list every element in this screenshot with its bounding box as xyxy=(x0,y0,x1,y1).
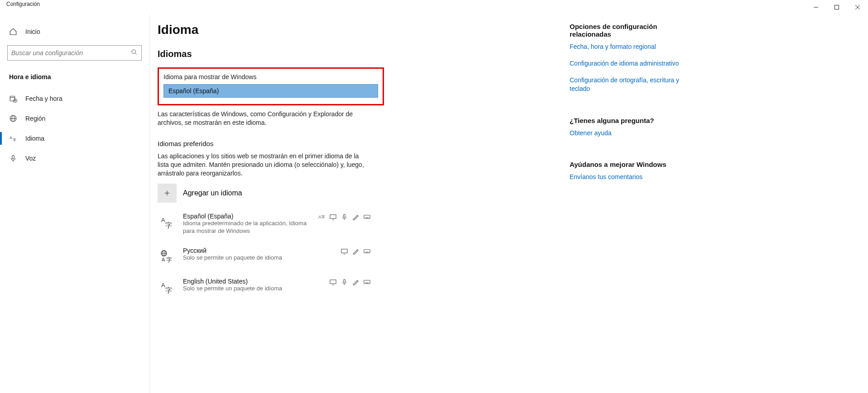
sidebar-item-label: Fecha y hora xyxy=(25,95,62,102)
svg-text:A字: A字 xyxy=(318,215,325,220)
minimize-button[interactable] xyxy=(806,0,826,14)
language-glyph-globe-icon: A字 xyxy=(158,247,177,266)
language-name: English (United States) xyxy=(183,278,323,285)
svg-point-4 xyxy=(132,49,136,53)
language-feature-icons xyxy=(341,247,370,266)
maximize-button[interactable] xyxy=(826,0,847,14)
language-subtext: Solo se permite un paquete de idioma xyxy=(183,254,335,262)
preferred-languages-header: Idiomas preferidos xyxy=(158,140,551,147)
add-language-button[interactable]: Agregar un idioma xyxy=(158,184,551,203)
sidebar-item-label: Región xyxy=(25,115,45,122)
link-send-feedback[interactable]: Envíanos tus comentarios xyxy=(570,173,687,181)
plus-icon xyxy=(158,184,177,203)
add-language-label: Agregar un idioma xyxy=(183,189,242,197)
home-nav[interactable]: Inicio xyxy=(0,23,149,41)
microphone-icon xyxy=(9,154,17,162)
preferred-languages-description: Las aplicaciones y los sitios web se mos… xyxy=(158,152,366,178)
improve-header: Ayúdanos a mejorar Windows xyxy=(570,161,687,168)
related-settings-header: Opciones de configuración relacionadas xyxy=(570,23,687,38)
language-row[interactable]: A字 Español (España) Idioma predeterminad… xyxy=(158,213,370,235)
svg-text:A: A xyxy=(162,257,165,262)
language-subtext: Idioma predeterminado de la aplicación, … xyxy=(183,220,312,235)
titlebar: Configuración xyxy=(0,0,868,14)
link-get-help[interactable]: Obtener ayuda xyxy=(570,129,687,137)
display-language-label: Idioma para mostrar de Windows xyxy=(163,73,378,80)
display-language-value: Español (España) xyxy=(168,87,219,95)
default-language-icon: A字 xyxy=(318,213,325,220)
link-admin-language[interactable]: Configuración de idioma administrativo xyxy=(570,59,687,68)
svg-text:A: A xyxy=(161,217,165,223)
language-feature-icons: A字 xyxy=(318,213,370,235)
sidebar-item-language[interactable]: A字 Idioma xyxy=(0,128,149,148)
svg-rect-1 xyxy=(835,5,839,9)
language-row[interactable]: A字 Русский Solo se permite un paquete de… xyxy=(158,247,370,266)
globe-icon xyxy=(9,114,17,123)
svg-rect-34 xyxy=(341,249,347,253)
svg-text:字: 字 xyxy=(165,286,172,294)
home-label: Inicio xyxy=(25,28,40,35)
link-spelling-keyboard[interactable]: Configuración de ortografía, escritura y… xyxy=(570,76,687,93)
svg-text:A: A xyxy=(10,136,12,140)
language-row[interactable]: A字 English (United States) Solo se permi… xyxy=(158,278,370,297)
svg-rect-6 xyxy=(10,96,15,101)
language-glyph-icon: A字 xyxy=(158,213,177,232)
sidebar-item-date-time[interactable]: Fecha y hora xyxy=(0,89,149,109)
calendar-clock-icon xyxy=(9,95,17,103)
sidebar-section-label: Hora e idioma xyxy=(0,69,149,89)
search-input[interactable] xyxy=(11,49,131,57)
sidebar-item-voice[interactable]: Voz xyxy=(0,148,149,168)
question-header: ¿Tienes alguna pregunta? xyxy=(570,117,687,124)
handwriting-icon xyxy=(352,279,359,285)
app-name: Configuración xyxy=(6,0,40,7)
svg-rect-23 xyxy=(330,215,336,218)
svg-rect-44 xyxy=(364,280,370,284)
svg-rect-42 xyxy=(344,279,345,283)
svg-line-10 xyxy=(15,101,16,101)
languages-header: Idiomas xyxy=(158,49,551,59)
sidebar: Inicio Hora e idioma Fecha y hora Región xyxy=(0,14,149,393)
speech-icon xyxy=(341,279,348,285)
display-language-icon xyxy=(330,279,336,285)
svg-text:字: 字 xyxy=(13,138,16,142)
svg-rect-25 xyxy=(344,214,345,218)
search-box[interactable] xyxy=(7,45,142,61)
page-title: Idioma xyxy=(158,23,551,37)
svg-rect-27 xyxy=(364,215,370,219)
speech-icon xyxy=(341,213,348,220)
display-language-description: Las características de Windows, como Con… xyxy=(158,110,366,127)
language-subtext: Solo se permite un paquete de idioma xyxy=(183,285,323,293)
right-panel: Opciones de configuración relacionadas F… xyxy=(551,23,687,393)
home-icon xyxy=(9,28,17,36)
svg-rect-16 xyxy=(12,155,14,159)
search-icon xyxy=(131,49,138,57)
highlighted-display-language-box: Idioma para mostrar de Windows Español (… xyxy=(158,67,384,105)
svg-rect-40 xyxy=(330,280,336,284)
language-feature-icons xyxy=(330,278,370,297)
link-region-format[interactable]: Fecha, hora y formato regional xyxy=(570,43,687,51)
display-language-icon xyxy=(341,248,348,255)
svg-line-5 xyxy=(135,53,136,54)
display-language-icon xyxy=(330,213,336,220)
handwriting-icon xyxy=(352,248,359,255)
close-button[interactable] xyxy=(847,0,868,14)
display-language-dropdown[interactable]: Español (España) xyxy=(163,84,378,98)
language-name: Español (España) xyxy=(183,213,312,220)
svg-text:字: 字 xyxy=(165,221,172,229)
sidebar-item-label: Idioma xyxy=(25,135,44,142)
keyboard-icon xyxy=(364,213,370,220)
sidebar-item-region[interactable]: Región xyxy=(0,109,149,128)
svg-rect-36 xyxy=(364,250,370,253)
svg-text:A: A xyxy=(161,282,165,289)
language-icon: A字 xyxy=(9,134,17,142)
sidebar-item-label: Voz xyxy=(25,155,36,162)
svg-text:字: 字 xyxy=(166,256,172,263)
keyboard-icon xyxy=(364,279,370,285)
handwriting-icon xyxy=(352,213,359,220)
language-glyph-icon: A字 xyxy=(158,278,177,297)
keyboard-icon xyxy=(364,248,370,255)
language-name: Русский xyxy=(183,247,335,254)
